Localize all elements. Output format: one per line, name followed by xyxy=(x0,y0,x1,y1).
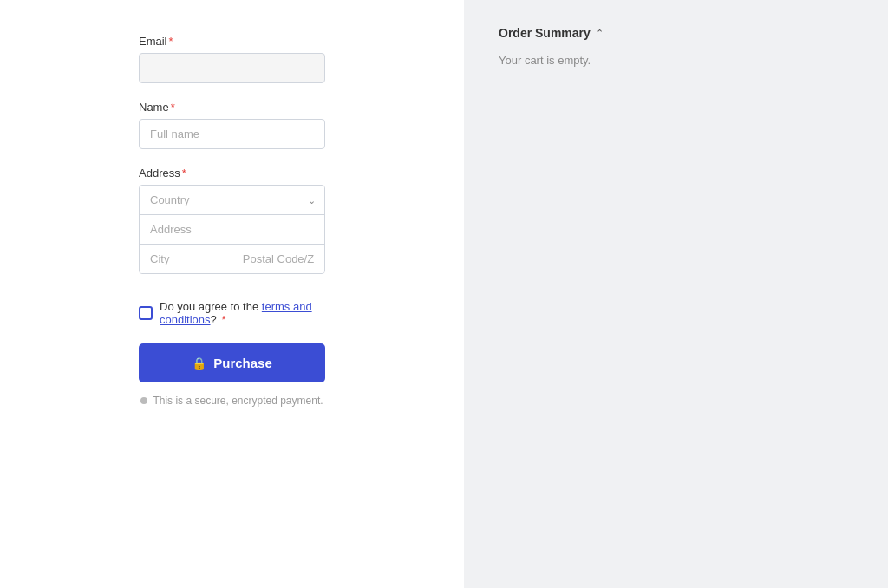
order-summary-panel: Order Summary ⌃ Your cart is empty. xyxy=(464,0,888,588)
email-required-star: * xyxy=(169,35,173,48)
name-required-star: * xyxy=(171,101,175,114)
address-label: Address* xyxy=(139,167,325,180)
secure-dot-icon xyxy=(140,397,147,404)
lock-icon: 🔒 xyxy=(192,356,206,370)
email-label: Email* xyxy=(139,35,325,48)
secure-payment-row: This is a secure, encrypted payment. xyxy=(139,395,325,407)
email-input[interactable] xyxy=(139,53,325,83)
name-input[interactable] xyxy=(139,119,325,149)
secure-payment-text: This is a secure, encrypted payment. xyxy=(153,395,323,407)
country-wrapper: Country United States United Kingdom Can… xyxy=(140,186,324,215)
address-line-input[interactable] xyxy=(140,215,324,244)
order-summary-header: Order Summary ⌃ xyxy=(499,26,853,40)
purchase-button[interactable]: 🔒 Purchase xyxy=(139,343,325,382)
address-line-row xyxy=(140,215,324,245)
address-group: Address* Country United States United Ki… xyxy=(139,167,325,274)
address-required-star: * xyxy=(182,167,186,180)
city-zip-row xyxy=(140,245,324,273)
name-label: Name* xyxy=(139,101,325,114)
name-group: Name* xyxy=(139,101,325,149)
terms-required-star: * xyxy=(221,313,225,326)
order-summary-toggle-icon[interactable]: ⌃ xyxy=(596,28,604,39)
terms-checkbox[interactable] xyxy=(139,306,153,320)
cart-empty-message: Your cart is empty. xyxy=(499,54,853,67)
email-group: Email* xyxy=(139,35,325,83)
checkout-form-panel: Email* Name* Address* Country United Sta… xyxy=(0,0,464,588)
order-summary-title: Order Summary xyxy=(499,26,591,40)
terms-text: Do you agree to the terms and conditions… xyxy=(160,300,325,326)
address-fields: Country United States United Kingdom Can… xyxy=(139,185,325,274)
purchase-button-label: Purchase xyxy=(213,356,272,370)
city-input[interactable] xyxy=(140,245,232,273)
terms-row: Do you agree to the terms and conditions… xyxy=(139,300,325,326)
zip-input[interactable] xyxy=(232,245,324,273)
country-select[interactable]: Country United States United Kingdom Can… xyxy=(140,186,324,214)
